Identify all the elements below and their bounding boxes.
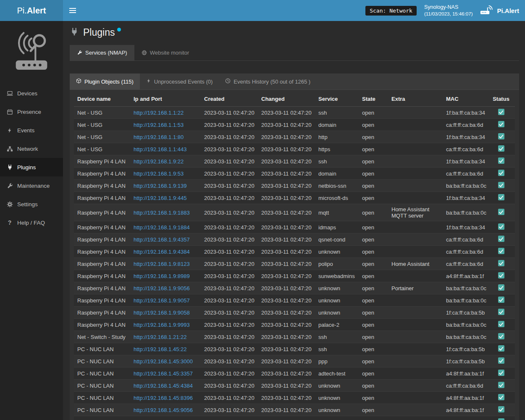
cell-device-name: Raspberry Pi 4 LAN bbox=[74, 180, 130, 192]
cell-state: open bbox=[359, 343, 388, 355]
cell-service: ssh bbox=[315, 155, 359, 168]
tab-website-monitor[interactable]: Website monitor bbox=[134, 45, 197, 60]
cell-ip-port: http://192.168.1.9:1883 bbox=[130, 204, 201, 221]
cell-url-link[interactable]: http://192.168.1.9:9058 bbox=[134, 310, 190, 316]
status-checkbox[interactable] bbox=[498, 236, 504, 242]
sidebar-item-events[interactable]: Events bbox=[0, 121, 63, 139]
cell-url-link[interactable]: http://192.168.1.9:8123 bbox=[134, 261, 190, 267]
sidebar-item-maintenance[interactable]: Maintenance bbox=[0, 176, 63, 195]
cell-mac: 1f:ba:ff:ca:ba:34 bbox=[443, 192, 487, 204]
cell-url-link[interactable]: http://192.168.1.9:4357 bbox=[134, 236, 190, 243]
cell-url-link[interactable]: http://192.168.1.9:22 bbox=[134, 158, 184, 165]
bolt-icon bbox=[146, 78, 151, 85]
status-checkbox[interactable] bbox=[498, 209, 504, 215]
cell-mac: a4:8f:ff:aa:ba:1f bbox=[443, 368, 487, 380]
cell-service: unknown bbox=[315, 294, 359, 307]
table-row: Net - USG http://192.168.1.1:80 2023-03-… bbox=[74, 131, 515, 143]
cell-url-link[interactable]: http://192.168.1.1:53 bbox=[134, 122, 184, 128]
cell-url-link[interactable]: http://192.168.1.9:9057 bbox=[134, 297, 190, 304]
cell-url-link[interactable]: http://192.168.1.45:22 bbox=[134, 346, 187, 352]
subtab-unprocessed-events[interactable]: Unprocessed Events (0) bbox=[140, 74, 219, 89]
sidebar-item-network[interactable]: Network bbox=[0, 139, 63, 158]
status-checkbox[interactable] bbox=[498, 345, 504, 352]
status-checkbox[interactable] bbox=[498, 170, 504, 176]
cell-ip-port: http://192.168.1.45:22 bbox=[130, 343, 201, 355]
status-checkbox[interactable] bbox=[498, 121, 504, 127]
cell-device-name: Raspberry Pi 4 LAN bbox=[74, 294, 130, 307]
cell-url-link[interactable]: http://192.168.1.21:22 bbox=[134, 334, 187, 340]
cell-url-link[interactable]: http://192.168.1.1:22 bbox=[134, 110, 184, 116]
cell-url-link[interactable]: http://192.168.1.9:139 bbox=[134, 183, 187, 189]
table-row: Net - USG http://192.168.1.1:22 2023-03-… bbox=[74, 107, 515, 119]
cell-url-link[interactable]: http://192.168.1.9:1883 bbox=[134, 210, 190, 216]
status-checkbox[interactable] bbox=[498, 158, 504, 164]
cell-service: ppp bbox=[315, 355, 359, 368]
sidebar-item-devices[interactable]: Devices bbox=[0, 84, 63, 102]
network-icon bbox=[6, 146, 13, 152]
cell-url-link[interactable]: http://192.168.1.9:53 bbox=[134, 171, 184, 177]
cell-ip-port: http://192.168.1.45:9056 bbox=[130, 404, 201, 416]
cell-state: open bbox=[359, 155, 388, 168]
status-checkbox[interactable] bbox=[498, 248, 504, 254]
tab-services-nmap[interactable]: Services (NMAP) bbox=[70, 45, 134, 60]
status-checkbox[interactable] bbox=[498, 321, 504, 327]
sidebar-item-help[interactable]: ? Help / FAQ bbox=[0, 213, 63, 232]
cell-url-link[interactable]: http://192.168.1.9:1884 bbox=[134, 224, 190, 231]
cell-url-link[interactable]: http://192.168.1.9:445 bbox=[134, 195, 187, 201]
cell-url-link[interactable]: http://192.168.1.45:9056 bbox=[134, 407, 193, 413]
subtab-plugin-objects[interactable]: Plugin Objects (115) bbox=[70, 74, 140, 89]
status-checkbox[interactable] bbox=[498, 223, 504, 230]
table-row: Raspberry Pi 4 LAN http://192.168.1.9:89… bbox=[74, 270, 515, 282]
sidebar-toggle-icon[interactable] bbox=[63, 0, 82, 21]
cell-url-link[interactable]: http://192.168.1.9:9993 bbox=[134, 322, 190, 328]
cell-device-name: PC - NUC LAN bbox=[74, 404, 130, 416]
status-checkbox[interactable] bbox=[498, 182, 504, 188]
cell-mac: ca:ff:ff:ca:ba:6d bbox=[443, 258, 487, 270]
cell-created: 2023-03-11 02:47:20 bbox=[201, 416, 258, 420]
status-checkbox[interactable] bbox=[498, 394, 504, 400]
status-checkbox[interactable] bbox=[498, 382, 504, 388]
subtab-events-history[interactable]: Events History (50 out of 1265 ) bbox=[219, 74, 317, 89]
status-checkbox[interactable] bbox=[498, 284, 504, 291]
cell-service: qsnet-cond bbox=[315, 234, 359, 246]
status-checkbox[interactable] bbox=[498, 194, 504, 200]
status-checkbox[interactable] bbox=[498, 406, 504, 412]
brand-prefix: Pi. bbox=[17, 6, 27, 16]
devices-icon bbox=[6, 90, 13, 97]
cell-changed: 2023-03-11 02:47:20 bbox=[258, 294, 315, 307]
status-checkbox[interactable] bbox=[498, 418, 504, 420]
cell-url-link[interactable]: http://192.168.1.9:9056 bbox=[134, 285, 190, 291]
status-checkbox[interactable] bbox=[498, 133, 504, 139]
sidebar-item-settings[interactable]: Settings bbox=[0, 195, 63, 213]
cell-state: open bbox=[359, 416, 388, 420]
sidebar-item-label: Network bbox=[17, 146, 38, 152]
status-checkbox[interactable] bbox=[498, 272, 504, 278]
cell-extra bbox=[388, 143, 443, 155]
status-checkbox[interactable] bbox=[498, 370, 504, 376]
status-checkbox[interactable] bbox=[498, 297, 504, 303]
cell-url-link[interactable]: http://192.168.1.1:443 bbox=[134, 146, 187, 152]
cell-url-link[interactable]: http://192.168.1.45:3357 bbox=[134, 370, 193, 377]
status-checkbox[interactable] bbox=[498, 309, 504, 315]
status-checkbox[interactable] bbox=[498, 357, 504, 364]
cell-url-link[interactable]: http://192.168.1.1:80 bbox=[134, 134, 184, 140]
cell-mac: ba:ba:ff:ca:ba:0c bbox=[443, 331, 487, 343]
cell-changed: 2023-03-11 02:47:20 bbox=[258, 131, 315, 143]
sidebar-item-plugins[interactable]: Plugins bbox=[0, 158, 63, 176]
title-help-badge[interactable] bbox=[117, 28, 121, 32]
table-row: Raspberry Pi 4 LAN http://192.168.1.9:43… bbox=[74, 234, 515, 246]
status-checkbox[interactable] bbox=[498, 109, 504, 115]
cell-state: open bbox=[359, 404, 388, 416]
brand-logo[interactable]: Pi.Alert bbox=[0, 0, 63, 21]
cell-url-link[interactable]: http://192.168.1.9:4384 bbox=[134, 249, 190, 255]
sidebar-item-presence[interactable]: Presence bbox=[0, 102, 63, 121]
cell-url-link[interactable]: http://192.168.1.45:8396 bbox=[134, 395, 193, 401]
cell-url-link[interactable]: http://192.168.1.9:8989 bbox=[134, 273, 190, 279]
status-checkbox[interactable] bbox=[498, 145, 504, 152]
cell-url-link[interactable]: http://192.168.1.45:4384 bbox=[134, 383, 193, 389]
cell-url-link[interactable]: http://192.168.1.45:3000 bbox=[134, 358, 193, 365]
status-checkbox[interactable] bbox=[498, 260, 504, 266]
table-row: PC - NUC LAN http://192.168.1.45:4384 20… bbox=[74, 380, 515, 392]
status-checkbox[interactable] bbox=[498, 333, 504, 339]
cell-service: sunwebadmins bbox=[315, 270, 359, 282]
